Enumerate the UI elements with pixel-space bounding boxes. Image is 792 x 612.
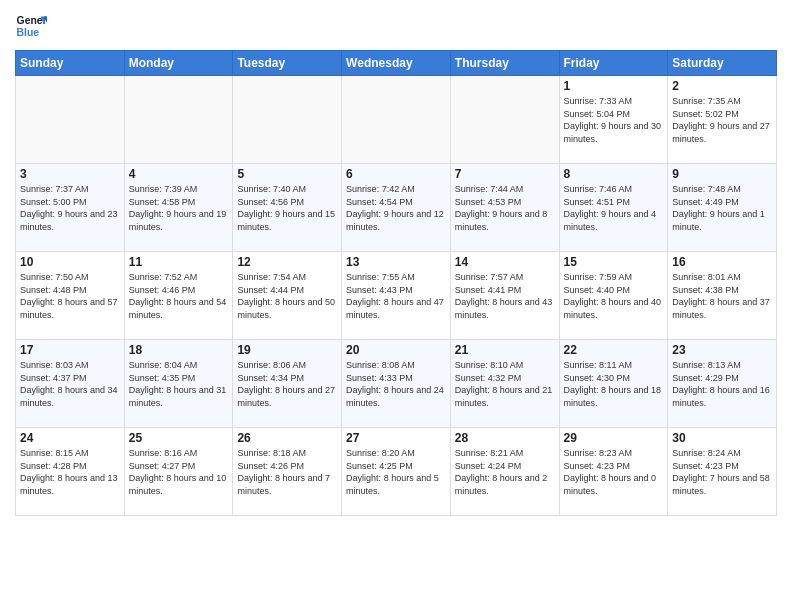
day-info: Sunrise: 8:01 AM Sunset: 4:38 PM Dayligh… — [672, 271, 772, 321]
day-number: 16 — [672, 255, 772, 269]
day-number: 20 — [346, 343, 446, 357]
day-info: Sunrise: 7:37 AM Sunset: 5:00 PM Dayligh… — [20, 183, 120, 233]
day-info: Sunrise: 8:21 AM Sunset: 4:24 PM Dayligh… — [455, 447, 555, 497]
day-number: 25 — [129, 431, 229, 445]
day-number: 27 — [346, 431, 446, 445]
day-number: 19 — [237, 343, 337, 357]
day-info: Sunrise: 7:57 AM Sunset: 4:41 PM Dayligh… — [455, 271, 555, 321]
calendar-cell: 11Sunrise: 7:52 AM Sunset: 4:46 PM Dayli… — [124, 252, 233, 340]
day-number: 26 — [237, 431, 337, 445]
day-info: Sunrise: 7:33 AM Sunset: 5:04 PM Dayligh… — [564, 95, 664, 145]
calendar-cell: 28Sunrise: 8:21 AM Sunset: 4:24 PM Dayli… — [450, 428, 559, 516]
calendar-cell: 27Sunrise: 8:20 AM Sunset: 4:25 PM Dayli… — [342, 428, 451, 516]
day-number: 23 — [672, 343, 772, 357]
calendar-cell — [342, 76, 451, 164]
day-info: Sunrise: 8:13 AM Sunset: 4:29 PM Dayligh… — [672, 359, 772, 409]
weekday-header-tuesday: Tuesday — [233, 51, 342, 76]
day-info: Sunrise: 8:06 AM Sunset: 4:34 PM Dayligh… — [237, 359, 337, 409]
calendar-cell: 6Sunrise: 7:42 AM Sunset: 4:54 PM Daylig… — [342, 164, 451, 252]
calendar-cell: 12Sunrise: 7:54 AM Sunset: 4:44 PM Dayli… — [233, 252, 342, 340]
calendar-cell: 20Sunrise: 8:08 AM Sunset: 4:33 PM Dayli… — [342, 340, 451, 428]
logo-icon: General Blue — [15, 10, 47, 42]
day-info: Sunrise: 7:44 AM Sunset: 4:53 PM Dayligh… — [455, 183, 555, 233]
calendar-cell: 26Sunrise: 8:18 AM Sunset: 4:26 PM Dayli… — [233, 428, 342, 516]
day-info: Sunrise: 8:15 AM Sunset: 4:28 PM Dayligh… — [20, 447, 120, 497]
day-number: 11 — [129, 255, 229, 269]
day-number: 3 — [20, 167, 120, 181]
calendar-cell: 29Sunrise: 8:23 AM Sunset: 4:23 PM Dayli… — [559, 428, 668, 516]
day-info: Sunrise: 8:23 AM Sunset: 4:23 PM Dayligh… — [564, 447, 664, 497]
calendar-cell: 30Sunrise: 8:24 AM Sunset: 4:23 PM Dayli… — [668, 428, 777, 516]
day-number: 29 — [564, 431, 664, 445]
calendar-cell: 15Sunrise: 7:59 AM Sunset: 4:40 PM Dayli… — [559, 252, 668, 340]
weekday-header-friday: Friday — [559, 51, 668, 76]
day-number: 18 — [129, 343, 229, 357]
day-info: Sunrise: 7:50 AM Sunset: 4:48 PM Dayligh… — [20, 271, 120, 321]
day-number: 28 — [455, 431, 555, 445]
calendar-cell — [233, 76, 342, 164]
calendar-cell: 24Sunrise: 8:15 AM Sunset: 4:28 PM Dayli… — [16, 428, 125, 516]
calendar-cell: 3Sunrise: 7:37 AM Sunset: 5:00 PM Daylig… — [16, 164, 125, 252]
calendar-cell: 19Sunrise: 8:06 AM Sunset: 4:34 PM Dayli… — [233, 340, 342, 428]
logo: General Blue — [15, 10, 47, 42]
day-info: Sunrise: 7:54 AM Sunset: 4:44 PM Dayligh… — [237, 271, 337, 321]
calendar-cell: 25Sunrise: 8:16 AM Sunset: 4:27 PM Dayli… — [124, 428, 233, 516]
day-number: 8 — [564, 167, 664, 181]
calendar-cell: 2Sunrise: 7:35 AM Sunset: 5:02 PM Daylig… — [668, 76, 777, 164]
calendar-week-4: 24Sunrise: 8:15 AM Sunset: 4:28 PM Dayli… — [16, 428, 777, 516]
day-number: 30 — [672, 431, 772, 445]
weekday-header-sunday: Sunday — [16, 51, 125, 76]
day-info: Sunrise: 7:40 AM Sunset: 4:56 PM Dayligh… — [237, 183, 337, 233]
day-info: Sunrise: 7:55 AM Sunset: 4:43 PM Dayligh… — [346, 271, 446, 321]
day-number: 5 — [237, 167, 337, 181]
day-info: Sunrise: 7:35 AM Sunset: 5:02 PM Dayligh… — [672, 95, 772, 145]
day-number: 24 — [20, 431, 120, 445]
day-number: 9 — [672, 167, 772, 181]
day-number: 6 — [346, 167, 446, 181]
calendar-week-2: 10Sunrise: 7:50 AM Sunset: 4:48 PM Dayli… — [16, 252, 777, 340]
day-info: Sunrise: 7:46 AM Sunset: 4:51 PM Dayligh… — [564, 183, 664, 233]
day-number: 2 — [672, 79, 772, 93]
day-number: 7 — [455, 167, 555, 181]
calendar-week-1: 3Sunrise: 7:37 AM Sunset: 5:00 PM Daylig… — [16, 164, 777, 252]
day-number: 10 — [20, 255, 120, 269]
day-number: 4 — [129, 167, 229, 181]
calendar-cell: 10Sunrise: 7:50 AM Sunset: 4:48 PM Dayli… — [16, 252, 125, 340]
calendar-cell: 7Sunrise: 7:44 AM Sunset: 4:53 PM Daylig… — [450, 164, 559, 252]
calendar-cell: 22Sunrise: 8:11 AM Sunset: 4:30 PM Dayli… — [559, 340, 668, 428]
day-info: Sunrise: 8:11 AM Sunset: 4:30 PM Dayligh… — [564, 359, 664, 409]
calendar-cell — [124, 76, 233, 164]
day-number: 22 — [564, 343, 664, 357]
calendar-cell: 1Sunrise: 7:33 AM Sunset: 5:04 PM Daylig… — [559, 76, 668, 164]
day-info: Sunrise: 7:39 AM Sunset: 4:58 PM Dayligh… — [129, 183, 229, 233]
calendar-cell: 17Sunrise: 8:03 AM Sunset: 4:37 PM Dayli… — [16, 340, 125, 428]
calendar-cell: 14Sunrise: 7:57 AM Sunset: 4:41 PM Dayli… — [450, 252, 559, 340]
header: General Blue — [15, 10, 777, 42]
day-info: Sunrise: 7:42 AM Sunset: 4:54 PM Dayligh… — [346, 183, 446, 233]
day-info: Sunrise: 7:52 AM Sunset: 4:46 PM Dayligh… — [129, 271, 229, 321]
calendar-cell: 8Sunrise: 7:46 AM Sunset: 4:51 PM Daylig… — [559, 164, 668, 252]
calendar-cell: 13Sunrise: 7:55 AM Sunset: 4:43 PM Dayli… — [342, 252, 451, 340]
day-info: Sunrise: 8:08 AM Sunset: 4:33 PM Dayligh… — [346, 359, 446, 409]
page-container: General Blue SundayMondayTuesdayWednesda… — [0, 0, 792, 612]
svg-text:Blue: Blue — [17, 27, 40, 38]
calendar-cell: 21Sunrise: 8:10 AM Sunset: 4:32 PM Dayli… — [450, 340, 559, 428]
day-info: Sunrise: 8:18 AM Sunset: 4:26 PM Dayligh… — [237, 447, 337, 497]
calendar-cell: 5Sunrise: 7:40 AM Sunset: 4:56 PM Daylig… — [233, 164, 342, 252]
day-number: 17 — [20, 343, 120, 357]
day-info: Sunrise: 8:10 AM Sunset: 4:32 PM Dayligh… — [455, 359, 555, 409]
weekday-header-monday: Monday — [124, 51, 233, 76]
weekday-header-saturday: Saturday — [668, 51, 777, 76]
day-number: 12 — [237, 255, 337, 269]
calendar-cell — [450, 76, 559, 164]
calendar-cell — [16, 76, 125, 164]
weekday-header-wednesday: Wednesday — [342, 51, 451, 76]
day-number: 13 — [346, 255, 446, 269]
weekday-header-row: SundayMondayTuesdayWednesdayThursdayFrid… — [16, 51, 777, 76]
calendar-table: SundayMondayTuesdayWednesdayThursdayFrid… — [15, 50, 777, 516]
calendar-cell: 16Sunrise: 8:01 AM Sunset: 4:38 PM Dayli… — [668, 252, 777, 340]
day-info: Sunrise: 8:03 AM Sunset: 4:37 PM Dayligh… — [20, 359, 120, 409]
day-info: Sunrise: 7:48 AM Sunset: 4:49 PM Dayligh… — [672, 183, 772, 233]
day-number: 14 — [455, 255, 555, 269]
calendar-cell: 18Sunrise: 8:04 AM Sunset: 4:35 PM Dayli… — [124, 340, 233, 428]
